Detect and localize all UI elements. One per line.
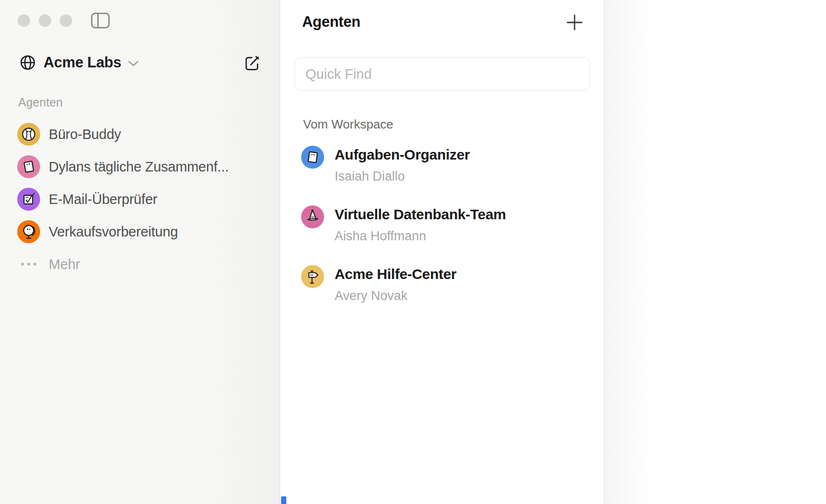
agent-owner: Avery Novak (335, 289, 456, 303)
agent-owner: Isaiah Diallo (335, 169, 470, 183)
checkbox-doodle-icon (17, 188, 40, 211)
sidebar-item-label: Verkaufsvorbereitung (49, 224, 178, 240)
sidebar-more-label: Mehr (49, 257, 80, 272)
sidebar-item-label: E-Mail-Überprüfer (49, 192, 157, 207)
agent-list: Aufgaben-Organizer Isaiah Diallo (301, 145, 594, 324)
quick-find-input[interactable] (294, 57, 590, 91)
desk-globe-doodle-icon (17, 220, 40, 243)
agent-name: Aufgaben-Organizer (335, 147, 470, 163)
bottom-edge-blue-fragment (281, 496, 286, 504)
agent-row-acme-hilfe-center[interactable]: Acme Hilfe-Center Avery Novak (301, 264, 594, 303)
main-content-area (604, 0, 826, 504)
chevron-down-icon (128, 60, 139, 67)
zoom-window-button[interactable] (60, 14, 72, 27)
ball-doodle-icon (17, 123, 40, 146)
agent-name: Acme Hilfe-Center (335, 266, 456, 282)
agent-owner: Aisha Hoffmann (335, 229, 506, 243)
note-doodle-icon (301, 146, 324, 169)
sidebar-toggle-icon[interactable] (91, 12, 110, 29)
sidebar-item-email-ueberpruefer[interactable]: E-Mail-Überprüfer (17, 183, 277, 215)
plus-icon (565, 13, 584, 32)
app-window: Acme Labs Agenten (0, 0, 826, 504)
sidebar-item-label: Dylans tägliche Zusammenf... (49, 159, 228, 175)
signpost-doodle-icon (301, 265, 324, 288)
globe-icon (19, 54, 36, 71)
minimize-window-button[interactable] (39, 14, 51, 27)
agent-row-aufgaben-organizer[interactable]: Aufgaben-Organizer Isaiah Diallo (301, 145, 594, 183)
ellipsis-icon (19, 261, 38, 267)
sidebar-item-dylans-zusammenfassung[interactable]: Dylans tägliche Zusammenf... (17, 150, 277, 183)
sidebar: Acme Labs Agenten (0, 0, 280, 504)
add-agent-button[interactable] (565, 13, 584, 32)
close-window-button[interactable] (18, 14, 30, 27)
note-doodle-icon (17, 155, 40, 178)
agent-name: Virtuelle Datenbank-Team (335, 206, 506, 223)
sidebar-item-buero-buddy[interactable]: Büro-Buddy (17, 118, 277, 150)
agent-row-virtuelle-datenbank-team[interactable]: Virtuelle Datenbank-Team Aisha Hoffmann (301, 204, 594, 243)
workspace-name: Acme Labs (43, 54, 121, 71)
panel-section-label: Vom Workspace (303, 117, 393, 132)
sidebar-item-label: Büro-Buddy (49, 127, 121, 142)
witch-hat-doodle-icon (301, 205, 324, 228)
workspace-switcher[interactable]: Acme Labs (19, 53, 139, 72)
sidebar-agent-list: Büro-Buddy Dylans tägliche Zusammenf... (17, 118, 277, 280)
compose-icon[interactable] (243, 54, 261, 72)
sidebar-section-label: Agenten (18, 96, 63, 109)
traffic-lights (18, 14, 72, 27)
sidebar-item-verkaufsvorbereitung[interactable]: Verkaufsvorbereitung (17, 215, 277, 248)
agents-panel: Agenten Vom Workspace Aufg (280, 0, 604, 504)
panel-title: Agenten (302, 13, 360, 31)
sidebar-item-more[interactable]: Mehr (17, 248, 277, 280)
